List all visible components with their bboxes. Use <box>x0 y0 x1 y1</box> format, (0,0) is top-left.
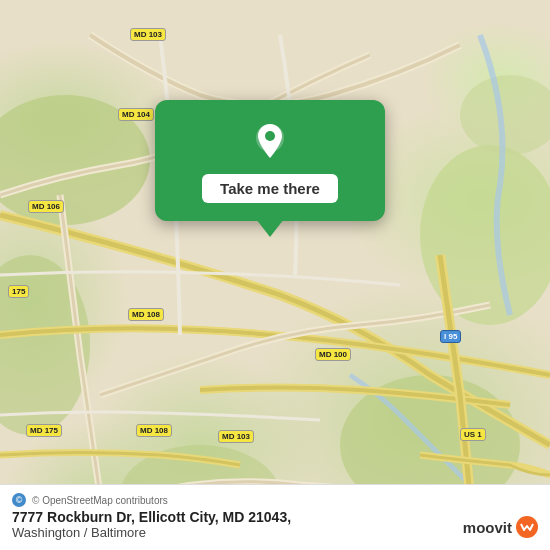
road-badge-md175-left: 175 <box>8 285 29 298</box>
map-pin-icon <box>248 120 292 164</box>
road-badge-us1: US 1 <box>460 428 486 441</box>
road-badge-md103-bot: MD 103 <box>218 430 254 443</box>
city-line: Washington / Baltimore <box>12 525 538 540</box>
take-me-there-button[interactable]: Take me there <box>202 174 338 203</box>
moovit-logo: moovit <box>463 516 538 538</box>
road-badge-md106: MD 106 <box>28 200 64 213</box>
roads-svg <box>0 0 550 550</box>
address-line: 7777 Rockburn Dr, Ellicott City, MD 2104… <box>12 509 538 525</box>
svg-point-8 <box>265 131 275 141</box>
road-badge-md108: MD 108 <box>128 308 164 321</box>
moovit-text: moovit <box>463 519 512 536</box>
svg-point-2 <box>420 145 550 325</box>
road-badge-md108-bot: MD 108 <box>136 424 172 437</box>
moovit-brand-icon <box>516 516 538 538</box>
road-badge-i95: I 95 <box>440 330 461 343</box>
osm-logo: © <box>12 493 26 507</box>
road-badge-md175-bot: MD 175 <box>26 424 62 437</box>
road-badge-md103-top: MD 103 <box>130 28 166 41</box>
osm-credit: © OpenStreetMap contributors <box>32 495 168 506</box>
map-container: MD 103 MD 104 MD 106 175 MD 108 MD 100 M… <box>0 0 550 550</box>
bottom-bar: © © OpenStreetMap contributors 7777 Rock… <box>0 484 550 550</box>
road-badge-md100: MD 100 <box>315 348 351 361</box>
popup-card: Take me there <box>155 100 385 221</box>
road-badge-md104: MD 104 <box>118 108 154 121</box>
